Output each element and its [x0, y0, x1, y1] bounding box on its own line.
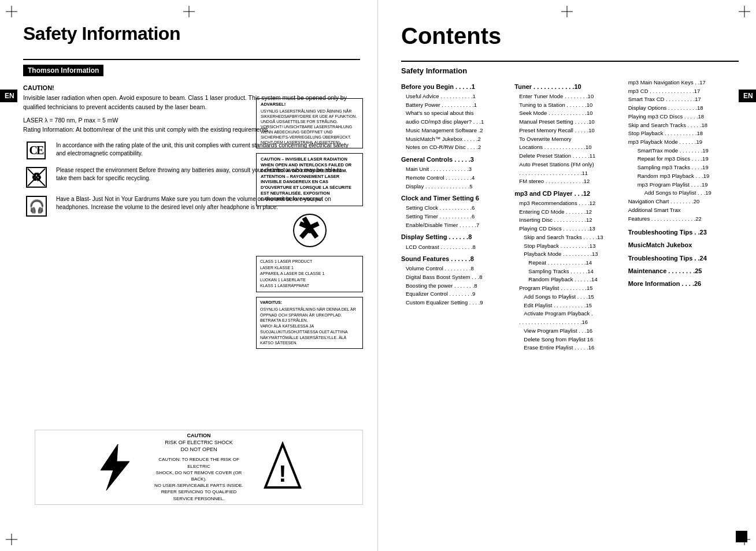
toc-locations: Locations . . . . . . . . . . . . . .10: [514, 143, 625, 152]
toc-before-begin: Before you Begin . . . . .1: [401, 82, 512, 92]
toc-display: Display . . . . . . . . . . . . . . .5: [401, 183, 512, 191]
toc-col-1: Before you Begin . . . . .1 Useful Advic…: [401, 79, 512, 352]
thomson-section: Thomson Information CAUTION! Invisible l…: [23, 65, 360, 224]
laser-radiation-symbol: [292, 213, 327, 248]
toc-program-playlist: Program Playlist . . . . . . . . .15: [514, 284, 625, 293]
toc-manual-preset: Manual Preset Setting . . . . .10: [514, 118, 625, 126]
toc-mp3-rec: mp3 Recommendations . . . .12: [514, 199, 625, 208]
toc-useful-advice: Useful Advice . . . . . . . . . . .1: [401, 92, 512, 101]
section-heading-thomson: Thomson Information: [23, 65, 103, 76]
toc-sampling: Sampling Tracks . . . . . .14: [514, 267, 625, 276]
toc-auto-preset: Auto Preset Stations (FM only): [514, 161, 625, 169]
toc-random-mp3: Random mp3 Playback . . .19: [628, 172, 739, 181]
recycle-icon: ♻: [23, 166, 49, 188]
warning-box-caution: CAUTION – INVISIBLE LASER RADIATION WHEN…: [256, 153, 363, 206]
toc-music-mgmt: Music Management Software .2: [401, 126, 512, 135]
left-panel: EN Safety Information Thomson Informatio…: [0, 0, 378, 551]
toc-stop-playback: Stop Playback . . . . . . . . . .13: [514, 242, 625, 251]
toc-activate-dots: . . . . . . . . . . . . . . . . . . . . …: [514, 318, 625, 327]
toc-digital-bass: Digital Bass Boost System . . .8: [401, 273, 512, 282]
toc-stop-pb-18: Stop Playback . . . . . . . . . . .18: [628, 129, 739, 138]
toc-notes-cd: Notes on CD-R/RW Disc . . . .2: [401, 143, 512, 152]
toc-seek-mode: Seek Mode . . . . . . . . . . . . .10: [514, 109, 625, 118]
page-container: EN Safety Information Thomson Informatio…: [0, 0, 756, 551]
toc-display-options: Display Options . . . . . . . . . .18: [628, 104, 739, 113]
caution-detail: CAUTION: TO REDUCE THE RISK OF ELECTRIC …: [153, 456, 245, 501]
toc-audio-cd: audio CD/mp3 disc player? . . .1: [401, 118, 512, 126]
toc-enter-tuner: Enter Tuner Mode . . . . . . . .10: [514, 92, 625, 101]
warning-triangle-icon: !: [262, 441, 303, 493]
toc-additional-smart: Additional Smart Trax: [628, 206, 739, 215]
toc-volume-control: Volume Control . . . . . . . . .8: [401, 265, 512, 273]
toc-setting-clock: Setting Clock . . . . . . . . . . .6: [401, 204, 512, 213]
warning-boxes: ADVARSEL! USYNLIG LASERSTRÅLNING VED ÅBN…: [256, 98, 363, 349]
toc-musicmatch-ts: Troubleshooting Tips . .24: [628, 254, 739, 263]
divider-left: [23, 59, 360, 60]
crosshair-top-right: [739, 6, 750, 17]
crosshair-top-center: [183, 6, 195, 17]
toc-skip-search: Skip and Search Tracks . . . . .13: [514, 233, 625, 242]
toc-add-songs-mp3: Add Songs to Playlist . . .19: [628, 189, 739, 198]
class1-laser-box: CLASS 1 LASER PRODUCT LASER KLASSE 1 APP…: [256, 256, 363, 292]
toc-setting-timer: Setting Timer . . . . . . . . . . .6: [401, 213, 512, 221]
toc-mp3-cd: mp3 and CD Player . . .12: [514, 189, 625, 199]
toc-add-songs: Add Songs to Playlist . . . .15: [514, 293, 625, 301]
en-badge-right: EN: [739, 90, 756, 102]
toc-fm-stereo: FM stereo . . . . . . . . . . . . .12: [514, 177, 625, 186]
lightning-bolt-icon: [95, 441, 135, 493]
toc-repeat: Repeat . . . . . . . . . . . . .14: [514, 259, 625, 267]
toc-activate: Activate Program Playback .: [514, 310, 625, 318]
toc-remote-control: Remote Control . . . . . . . . .4: [401, 174, 512, 183]
ce-symbol: CE: [27, 142, 46, 159]
warning-finn-title: VAROITUS:: [260, 300, 359, 306]
warning-box1-text: USYNLIG LASERSTRÅLNING VED ÅBNING NÅR SI…: [261, 109, 358, 146]
toc-musicmatch-jukebox: MusicMatch Jukebox: [628, 240, 739, 250]
toc-musicmatch: MusicMatch™ Jukebox . . . . .2: [401, 135, 512, 144]
toc-inserting-disc: Inserting Disc . . . . . . . . . . .12: [514, 216, 625, 225]
page-title-right: Contents: [401, 23, 739, 49]
toc-repeat-mp3: Repeat for mp3 Discs . . . .19: [628, 155, 739, 163]
toc-tuner: Tuner . . . . . . . . . . . .10: [514, 82, 625, 92]
toc-random: Random Playback . . . . . .14: [514, 276, 625, 284]
page-title-left: Safety Information: [23, 23, 360, 44]
crosshair-bottom-left: [6, 534, 17, 545]
toc-col-3: mp3 Main Navigation Keys . .17 mp3 CD . …: [628, 79, 739, 352]
svg-text:!: !: [279, 461, 286, 486]
toc-equalizer: Equalizer Control . . . . . . . .9: [401, 290, 512, 299]
toc-custom-eq: Custom Equalizer Setting . . . .9: [401, 299, 512, 307]
toc-delete-preset: Delete Preset Station . . . . . .11: [514, 152, 625, 161]
warning-triangle-container: !: [262, 441, 303, 493]
black-square-marker: [736, 531, 747, 542]
toc-features-22: Features . . . . . . . . . . . . . . .22: [628, 215, 739, 224]
laser-symbols-area: CAUTION RISK OF ELECTRIC SHOCK DO NOT OP…: [35, 430, 363, 505]
svg-text:🎧: 🎧: [28, 199, 45, 214]
warning-box-advarsel: ADVARSEL! USYNLIG LASERSTRÅLNING VED ÅBN…: [256, 98, 363, 148]
toc-skip-search-18: Skip and Search Tracks . . . . .18: [628, 121, 739, 130]
toc-mp3-nav-keys: mp3 Main Navigation Keys . .17: [628, 79, 739, 87]
toc-tuning-station: Tuning to a Station . . . . . . .10: [514, 101, 625, 110]
ce-mark-icon: CE: [23, 142, 49, 159]
toc-battery-power: Battery Power . . . . . . . . . . .1: [401, 101, 512, 110]
caution-heading: CAUTION!: [23, 84, 351, 91]
toc-delete-song: Delete Song from Playlist 16: [514, 336, 625, 344]
crosshair-top-left: [6, 6, 17, 17]
crosshair-top-center-right: [561, 6, 573, 17]
toc-overwrite: To Overwrite Memory: [514, 135, 625, 144]
toc-enable-disable: Enable/Disable Timer . . . . . .7: [401, 221, 512, 230]
toc-view-playlist: View Program Playlist . . .16: [514, 327, 625, 336]
warning-box1-title: ADVARSEL!: [261, 102, 358, 107]
toc-lcd-contrast: LCD Contrast . . . . . . . . . . .8: [401, 243, 512, 252]
divider-right: [401, 61, 739, 62]
toc-sampling-mp3: Sampling mp3 Tracks . . . .19: [628, 163, 739, 172]
toc-smarttrax-mode: SmartTrax mode . . . . . . . .19: [628, 147, 739, 155]
toc-mp3-cd-17: mp3 CD . . . . . . . . . . . . . . .17: [628, 87, 739, 96]
toc-auto-preset-dots: . . . . . . . . . . . . . . . . . . . . …: [514, 169, 625, 178]
toc-troubleshooting: Troubleshooting Tips . .23: [628, 228, 739, 237]
toc-columns: Before you Begin . . . . .1 Useful Advic…: [401, 79, 739, 352]
toc-special: What's so special about this: [401, 109, 512, 118]
toc-col-2: Tuner . . . . . . . . . . . .10 Enter Tu…: [514, 79, 625, 352]
toc-edit-playlist: Edit Playlist . . . . . . . . . . .15: [514, 301, 625, 310]
toc-entering-cd: Entering CD Mode . . . . . . .12: [514, 208, 625, 217]
toc-mp3-program: mp3 Program Playlist . . . .19: [628, 181, 739, 189]
right-panel: EN Contents Safety Information Before yo…: [378, 0, 756, 551]
